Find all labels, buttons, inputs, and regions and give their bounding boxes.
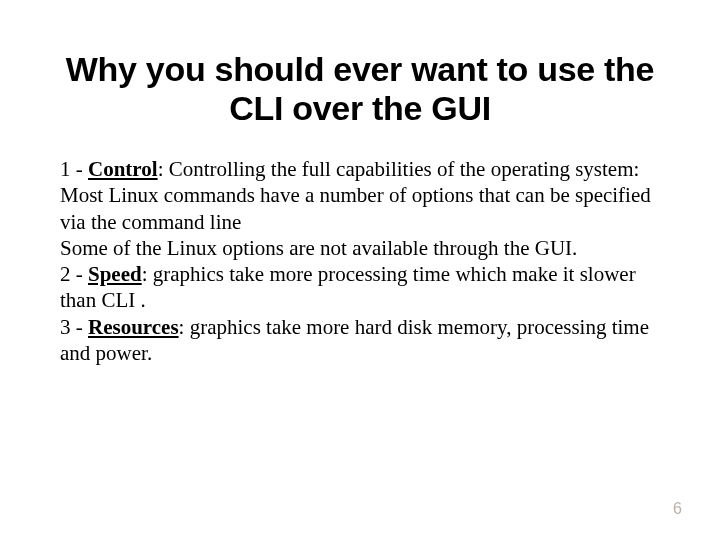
list-item: 3 - Resources: graphics take more hard d… (60, 315, 649, 365)
item-text: Some of the Linux options are not availa… (60, 236, 577, 260)
item-label: Control (88, 157, 158, 181)
slide: Why you should ever want to use the CLI … (0, 0, 720, 540)
list-item: 1 - Control: Controlling the full capabi… (60, 157, 639, 181)
item-text: Most Linux commands have a number of opt… (60, 183, 651, 233)
item-prefix: 2 - (60, 262, 88, 286)
list-item: Most Linux commands have a number of opt… (60, 183, 651, 233)
item-text: : Controlling the full capabilities of t… (158, 157, 640, 181)
item-prefix: 3 - (60, 315, 88, 339)
slide-title: Why you should ever want to use the CLI … (55, 50, 665, 128)
list-item: Some of the Linux options are not availa… (60, 236, 577, 260)
page-number: 6 (673, 500, 682, 518)
list-item: 2 - Speed: graphics take more processing… (60, 262, 636, 312)
item-label: Resources (88, 315, 179, 339)
item-label: Speed (88, 262, 142, 286)
item-prefix: 1 - (60, 157, 88, 181)
item-text: : graphics take more processing time whi… (60, 262, 636, 312)
slide-body: 1 - Control: Controlling the full capabi… (55, 156, 665, 366)
